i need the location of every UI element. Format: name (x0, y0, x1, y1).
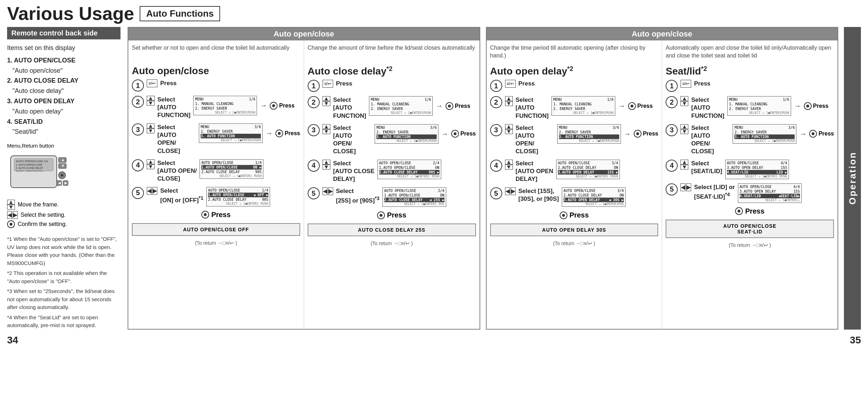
arrow-r1-2: → (618, 102, 625, 110)
lcd-r2-3: MENU3/6 2. ENERGY SAVER 3. AUTO FUNCTION… (733, 124, 796, 144)
press-2: Press (279, 103, 295, 109)
lcd-2: MENU1/6 1. MANUAL CLEANING 2. ENERGY SAV… (193, 96, 257, 115)
right-col1-title: Auto open delay*2 (490, 65, 659, 77)
step-row-2: 2 ▲ ▼ Select[AUTOFUNCTION] MENU1/6 (132, 96, 300, 119)
arrow-r1-3: → (624, 130, 631, 138)
lcd-c2-3: MENU3/6 2. ENERGY SAVER 3. AUTO FUNCTION… (375, 124, 438, 144)
footnote-2: *2 This operation is not available when … (7, 269, 121, 285)
step-text-c2-2: Select[AUTOFUNCTION] (333, 96, 366, 120)
return-row-r2: (To return →□≡/↩ ) (666, 242, 834, 248)
step-num-c2-1: 1 (308, 80, 320, 92)
press-3: Press (285, 130, 300, 137)
footnotes: *1 When the "Auto open/close" is set to … (7, 235, 121, 330)
step-row-c2-2: 2 ▲ ▼ Select[AUTOFUNCTION] MENU1/6 (308, 96, 476, 120)
result-box-r2: AUTO OPEN/CLOSESEAT·LID (666, 220, 834, 238)
lcd-r1-3: MENU3/6 2. ENERGY SAVER 3. AUTO FUNCTION… (557, 124, 621, 144)
remote-svg: AUTO OPEN/CLOSE 1/4 1. AUTO OPEN/CLOSE 2… (7, 152, 78, 195)
step-num-r2-3: 3 (666, 124, 678, 136)
list-item-4: 4. SEAT/LID "Seat/lid" (7, 117, 121, 137)
lcd-c2-2: MENU1/6 1. MANUAL CLEANING 2. ENERGY SAV… (369, 96, 433, 116)
step-row-r2-3: 3 ▲ ▼ Select[AUTO OPEN/CLOSE] MENU3/6 (666, 124, 834, 155)
step-num-r1-1: 1 (490, 80, 502, 92)
lr-icon-c2-5: ◀ ▶ (323, 187, 333, 195)
step-num-r2-2: 2 (666, 96, 678, 108)
lcd-r1-4: AUTO OPEN/CLOSE3/4 2.AUTO CLOSE DELAYON … (556, 160, 620, 179)
svg-text:▶: ▶ (65, 181, 67, 185)
svg-text:◀: ◀ (58, 181, 61, 185)
sidebar-label: Remote control back side (7, 27, 121, 39)
step-num-1: 1 (132, 79, 144, 92)
step-num-r1-4: 4 (490, 160, 502, 172)
operation-tab: Operation (844, 27, 861, 330)
step-num-3: 3 (132, 123, 144, 136)
lcd-4: AUTO OPEN/CLOSE1/4 1.AUTO OPEN/CLOSEON ▶… (200, 159, 263, 179)
arrow-r2-2: → (794, 102, 801, 110)
left-col1-title: Auto open/close (132, 65, 300, 77)
right-panel-header: Auto open/close (487, 28, 838, 40)
left-panel-body: Set whether or not to open and close the… (128, 40, 480, 329)
remote-container: AUTO OPEN/CLOSE 1/4 1. AUTO OPEN/CLOSE 2… (7, 152, 121, 196)
svg-text:2. AUTO CLOSE DELAY: 2. AUTO CLOSE DELAY (16, 167, 43, 169)
menu-icon-r1-1: ≡/↩ (505, 80, 516, 88)
lcd-r2-2: MENU1/6 1. MANUAL CLEANING 2. ENERGY SAV… (727, 96, 791, 116)
right-big-panel: Auto open/close Change the time period t… (486, 27, 839, 330)
page-content: Remote control back side Items set on th… (0, 27, 868, 333)
step-num-5: 5 (132, 187, 144, 199)
confirm-r1-3 (634, 130, 642, 138)
page-numbers: 34 35 (0, 333, 868, 347)
ud-icon-r2-2: ▲ ▼ (681, 96, 688, 106)
move-frame-row: ▲ ▼ Move the frame. (7, 200, 121, 210)
ud-icon-2: ▲ ▼ (147, 96, 155, 106)
menu-icon-1: ≡/↩ (147, 79, 157, 87)
right-col2-title: Seat/lid*2 (666, 65, 834, 77)
select-setting-label: Select the setting. (21, 212, 66, 218)
step-num-r2-5: 5 (666, 183, 678, 195)
confirm-label: Confirm the setting. (18, 221, 67, 227)
press-r1-2: Press (637, 103, 653, 109)
ud-icon-4: ▲ ▼ (147, 159, 155, 169)
result-box-col2: AUTO CLOSE DELAY 25S (308, 223, 476, 236)
step-text-c2-5: Select[25S] or [90S]*3 (336, 187, 380, 205)
confirm-c2-5 (377, 211, 385, 219)
step-text-2: Select[AUTOFUNCTION] (157, 96, 190, 119)
tab-box: Auto Functions (140, 6, 220, 21)
sidebar-items: Items set on this display 1. AUTO OPEN/C… (7, 43, 121, 137)
step-text-r1-1: Press (519, 80, 535, 88)
list-item-3: 3. AUTO OPEN DELAY "Auto open delay" (7, 96, 121, 117)
left-col1-desc: Set whether or not to open and close the… (132, 44, 300, 61)
ud-icon-c2-2: ▲ ▼ (323, 96, 330, 106)
step-text-c2-4: Select[AUTO CLOSEDELAY] (333, 160, 375, 183)
press-below-c2-5: Press (308, 211, 476, 219)
arrow-3: → (265, 129, 273, 137)
press-below-5: Press (132, 211, 300, 219)
left-col2: Change the amount of time before the lid… (304, 40, 480, 329)
step-text-c2-1: Press (336, 80, 352, 88)
svg-text:▼: ▼ (61, 164, 65, 168)
press-below-r1-5: Press (490, 211, 659, 219)
operation-text: Operation (847, 151, 858, 205)
step-row-c2-1: 1 ≡/↩ Press (308, 80, 476, 92)
footnote-1: *1 When the "Auto open/close" is set to … (7, 235, 121, 267)
lcd-c2-4: AUTO OPEN/CLOSE2/4 1.AUTO OPEN/CLOSEON 2… (377, 160, 441, 179)
confirm-3 (275, 129, 283, 137)
confirm-c2-2 (446, 102, 453, 110)
step-text-r2-1: Press (694, 80, 710, 88)
confirm-r2-3 (809, 130, 817, 138)
step-row-r1-1: 1 ≡/↩ Press (490, 80, 659, 92)
lr-icon-5: ◀ ▶ (147, 187, 157, 195)
confirm-2 (270, 102, 278, 110)
svg-text:▲: ▲ (61, 158, 65, 162)
arrow-r2-3: → (799, 130, 806, 138)
footnote-4: *4 When the "Seat·Lid" are set to open a… (7, 314, 121, 330)
step-text-4: Select[AUTO OPEN/CLOSE] (157, 159, 197, 183)
step-num-c2-3: 3 (308, 124, 320, 136)
result-box-col1: AUTO OPEN/CLOSE OFF (132, 223, 300, 236)
step-text-r2-4: Select[SEAT/LID] (691, 160, 722, 175)
arrow-c2-2: → (436, 102, 443, 110)
step-row-c2-3: 3 ▲ ▼ Select[AUTO OPEN/CLOSE] MENU3/6 (308, 124, 476, 155)
step-text-5: Select[ON] or [OFF]*1 (160, 187, 203, 204)
left-col1: Set whether or not to open and close the… (128, 40, 304, 329)
step-text-r1-3: Select[AUTO OPEN/CLOSE] (516, 124, 554, 155)
arrow-c2-3: → (441, 130, 448, 138)
confirm-r1-5 (560, 211, 567, 219)
